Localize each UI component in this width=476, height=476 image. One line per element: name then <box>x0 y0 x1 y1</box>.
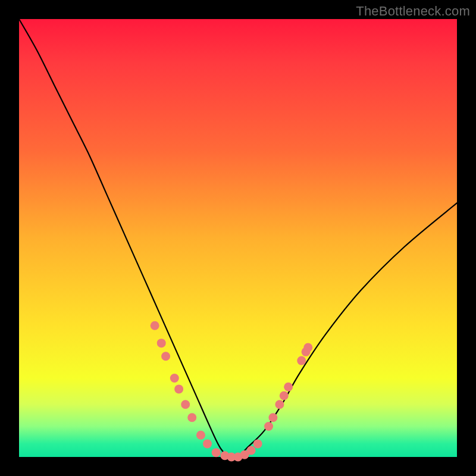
data-point <box>187 413 196 422</box>
data-point <box>284 383 293 392</box>
data-point <box>264 422 273 431</box>
data-point <box>170 374 179 383</box>
data-point <box>151 321 159 330</box>
data-point <box>253 439 262 448</box>
data-point <box>297 356 306 365</box>
data-point <box>157 339 166 347</box>
data-point <box>196 431 205 440</box>
data-point <box>275 400 284 409</box>
data-point <box>203 439 212 448</box>
data-point <box>174 384 183 393</box>
bottleneck-curve <box>19 19 457 458</box>
watermark-text: TheBottleneck.com <box>356 4 470 19</box>
data-point <box>181 400 190 409</box>
data-point <box>303 343 312 352</box>
data-points-group <box>151 321 313 462</box>
chart-frame: TheBottleneck.com <box>0 0 476 476</box>
data-point <box>247 446 256 455</box>
plot-area <box>19 19 457 457</box>
data-point <box>161 352 170 361</box>
data-point <box>212 448 221 457</box>
chart-svg <box>19 19 457 457</box>
data-point <box>280 391 289 400</box>
data-point <box>268 413 277 422</box>
